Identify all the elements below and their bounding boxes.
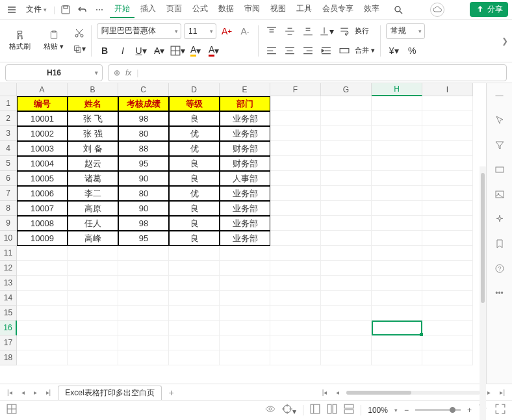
cell[interactable] bbox=[422, 246, 473, 261]
cell[interactable] bbox=[422, 141, 473, 156]
cell[interactable] bbox=[321, 111, 372, 126]
wrap-text-button[interactable] bbox=[337, 23, 352, 39]
cell[interactable] bbox=[270, 126, 321, 141]
cell[interactable] bbox=[321, 291, 372, 306]
cell[interactable]: 优 bbox=[169, 141, 220, 156]
cell[interactable] bbox=[68, 306, 118, 321]
cell[interactable]: 优 bbox=[169, 186, 220, 201]
cell[interactable] bbox=[118, 276, 169, 291]
save-icon[interactable] bbox=[59, 3, 72, 16]
cell[interactable] bbox=[17, 246, 68, 261]
cell[interactable]: 赵云 bbox=[68, 156, 118, 171]
tab-公式[interactable]: 公式 bbox=[188, 1, 212, 18]
view-page-icon[interactable] bbox=[327, 404, 337, 416]
cell[interactable] bbox=[321, 171, 372, 186]
cell[interactable] bbox=[321, 321, 372, 335]
row-header-11[interactable]: 11 bbox=[0, 246, 17, 261]
cell[interactable]: 10008 bbox=[17, 216, 68, 231]
cell[interactable] bbox=[422, 216, 473, 231]
cell[interactable]: 95 bbox=[118, 156, 169, 171]
eye-icon[interactable] bbox=[265, 404, 275, 416]
cell[interactable]: 优 bbox=[169, 126, 220, 141]
cell[interactable] bbox=[372, 306, 422, 321]
select-all-corner[interactable] bbox=[0, 83, 17, 96]
row-header-4[interactable]: 4 bbox=[0, 141, 17, 156]
cell[interactable] bbox=[270, 321, 321, 335]
cell[interactable] bbox=[321, 201, 372, 216]
row-header-16[interactable]: 16 bbox=[0, 321, 17, 335]
status-grid-icon[interactable] bbox=[6, 404, 17, 416]
cell[interactable] bbox=[422, 291, 473, 306]
decrease-font-icon[interactable]: A- bbox=[237, 23, 253, 39]
cell[interactable]: 财务部 bbox=[220, 141, 270, 156]
cell[interactable] bbox=[118, 246, 169, 261]
zoom-out-icon[interactable]: − bbox=[404, 406, 409, 415]
sparkle-icon[interactable] bbox=[494, 213, 506, 225]
bookmark-icon[interactable] bbox=[494, 238, 506, 250]
tab-插入[interactable]: 插入 bbox=[136, 1, 160, 18]
cell[interactable] bbox=[321, 246, 372, 261]
menu-icon[interactable] bbox=[4, 3, 19, 16]
cell[interactable] bbox=[372, 276, 422, 291]
cell[interactable] bbox=[372, 231, 422, 246]
cell[interactable]: 良 bbox=[169, 111, 220, 126]
cell[interactable]: 编号 bbox=[17, 96, 68, 111]
col-header-G[interactable]: G bbox=[321, 83, 372, 96]
tab-next-icon[interactable]: ▸ bbox=[32, 389, 39, 396]
image-icon[interactable] bbox=[494, 189, 506, 200]
formula-input[interactable]: ⊕ fx | bbox=[108, 64, 507, 81]
cell[interactable]: 诸葛 bbox=[68, 171, 118, 186]
row-header-12[interactable]: 12 bbox=[0, 261, 17, 276]
cell[interactable] bbox=[372, 350, 422, 365]
cell[interactable]: 良 bbox=[169, 231, 220, 246]
row-header-13[interactable]: 13 bbox=[0, 276, 17, 291]
name-box[interactable]: H16 bbox=[5, 64, 103, 81]
col-header-D[interactable]: D bbox=[169, 83, 220, 96]
cell[interactable]: 业务部 bbox=[220, 111, 270, 126]
cell[interactable]: 考核成绩 bbox=[118, 96, 169, 111]
cut-icon[interactable] bbox=[73, 27, 86, 40]
tab-审阅[interactable]: 审阅 bbox=[240, 1, 264, 18]
cell[interactable] bbox=[422, 350, 473, 365]
row-header-10[interactable]: 10 bbox=[0, 231, 17, 246]
add-sheet-icon[interactable]: + bbox=[167, 387, 176, 398]
cell[interactable] bbox=[422, 231, 473, 246]
search-icon[interactable] bbox=[392, 3, 405, 16]
cell[interactable] bbox=[270, 276, 321, 291]
cell[interactable] bbox=[422, 126, 473, 141]
undo-icon[interactable] bbox=[76, 3, 89, 16]
cell[interactable] bbox=[17, 261, 68, 276]
row-header-1[interactable]: 1 bbox=[0, 96, 17, 111]
cell[interactable] bbox=[270, 350, 321, 365]
cell[interactable] bbox=[422, 201, 473, 216]
cell[interactable] bbox=[17, 321, 68, 335]
cell[interactable]: 业务部 bbox=[220, 216, 270, 231]
zoom-label[interactable]: 100% bbox=[368, 406, 388, 415]
tab-会员专享[interactable]: 会员专享 bbox=[318, 1, 358, 18]
col-header-I[interactable]: I bbox=[422, 83, 473, 96]
cell[interactable] bbox=[220, 321, 270, 335]
cell[interactable]: 80 bbox=[118, 126, 169, 141]
share-button[interactable]: 分享 bbox=[470, 2, 508, 17]
cell[interactable]: 高原 bbox=[68, 201, 118, 216]
cell[interactable] bbox=[118, 350, 169, 365]
cell[interactable] bbox=[118, 291, 169, 306]
cell[interactable] bbox=[169, 306, 220, 321]
cell[interactable] bbox=[68, 246, 118, 261]
row-header-2[interactable]: 2 bbox=[0, 111, 17, 126]
cell[interactable]: 良 bbox=[169, 201, 220, 216]
zoom-in-icon[interactable]: + bbox=[467, 406, 472, 415]
strike-button[interactable]: A▾ bbox=[151, 43, 167, 59]
cell[interactable] bbox=[220, 350, 270, 365]
cell[interactable] bbox=[169, 335, 220, 350]
horizontal-scrollbar[interactable] bbox=[346, 391, 480, 395]
cell[interactable]: 业务部 bbox=[220, 201, 270, 216]
cell[interactable]: 10005 bbox=[17, 171, 68, 186]
cell[interactable]: 98 bbox=[118, 111, 169, 126]
bold-button[interactable]: B bbox=[97, 43, 112, 59]
tab-效率[interactable]: 效率 bbox=[359, 1, 384, 18]
expand-fx-icon[interactable]: ⊕ bbox=[114, 68, 120, 77]
indent-icon[interactable] bbox=[318, 43, 334, 59]
cell[interactable] bbox=[169, 276, 220, 291]
cell[interactable]: 部门 bbox=[220, 96, 270, 111]
